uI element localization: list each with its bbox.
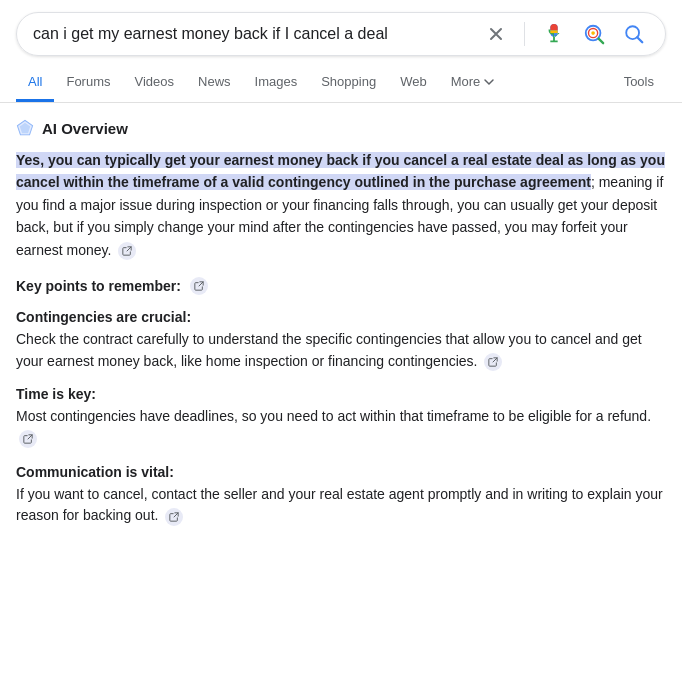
svg-point-4 — [591, 31, 595, 35]
key-point-2-text: Most contingencies have deadlines, so yo… — [16, 406, 666, 449]
key-point-1-text: Check the contract carefully to understa… — [16, 329, 666, 372]
tab-all[interactable]: All — [16, 64, 54, 102]
key-point-2-title: Time is key: — [16, 386, 666, 402]
key-point-2-link-icon[interactable] — [19, 430, 37, 448]
key-point-1-link-icon[interactable] — [484, 353, 502, 371]
key-points-header: Key points to remember: — [16, 277, 666, 295]
lens-search-button[interactable] — [579, 19, 609, 49]
tab-images[interactable]: Images — [243, 64, 310, 102]
key-point-3-title: Communication is vital: — [16, 464, 666, 480]
search-bar[interactable]: can i get my earnest money back if I can… — [16, 12, 666, 56]
svg-line-3 — [599, 39, 604, 44]
ai-overview-title: AI Overview — [42, 120, 128, 137]
tab-shopping[interactable]: Shopping — [309, 64, 388, 102]
close-icon — [486, 24, 506, 44]
key-points-link-icon[interactable] — [190, 277, 208, 295]
tab-videos[interactable]: Videos — [123, 64, 187, 102]
chevron-down-icon — [482, 75, 496, 89]
tab-forums[interactable]: Forums — [54, 64, 122, 102]
lens-icon — [583, 23, 605, 45]
key-point-3: Communication is vital: If you want to c… — [16, 464, 666, 527]
search-icon — [623, 23, 645, 45]
svg-line-6 — [637, 37, 642, 42]
key-point-1: Contingencies are crucial: Check the con… — [16, 309, 666, 372]
key-point-3-link-icon[interactable] — [165, 508, 183, 526]
tab-more[interactable]: More — [439, 64, 509, 102]
search-bar-container: can i get my earnest money back if I can… — [0, 0, 682, 64]
key-point-1-title: Contingencies are crucial: — [16, 309, 666, 325]
tab-web[interactable]: Web — [388, 64, 439, 102]
divider — [524, 22, 525, 46]
search-submit-button[interactable] — [619, 19, 649, 49]
main-content: AI Overview Yes, you can typically get y… — [0, 103, 682, 557]
answer-link-icon[interactable] — [118, 242, 136, 260]
answer-highlighted: Yes, you can typically get your earnest … — [16, 152, 665, 190]
mic-icon — [543, 23, 565, 45]
key-point-2: Time is key: Most contingencies have dea… — [16, 386, 666, 449]
key-point-3-text: If you want to cancel, contact the selle… — [16, 484, 666, 527]
voice-search-button[interactable] — [539, 19, 569, 49]
ai-diamond-icon — [16, 119, 34, 137]
search-query-text: can i get my earnest money back if I can… — [33, 25, 482, 43]
key-points-label: Key points to remember: — [16, 278, 181, 294]
tab-tools[interactable]: Tools — [612, 64, 666, 102]
nav-tabs: All Forums Videos News Images Shopping W… — [0, 64, 682, 103]
svg-rect-0 — [550, 30, 557, 33]
search-bar-icons — [482, 19, 649, 49]
ai-overview-header: AI Overview — [16, 119, 666, 137]
answer-text: Yes, you can typically get your earnest … — [16, 149, 666, 261]
tab-news[interactable]: News — [186, 64, 243, 102]
clear-button[interactable] — [482, 20, 510, 48]
